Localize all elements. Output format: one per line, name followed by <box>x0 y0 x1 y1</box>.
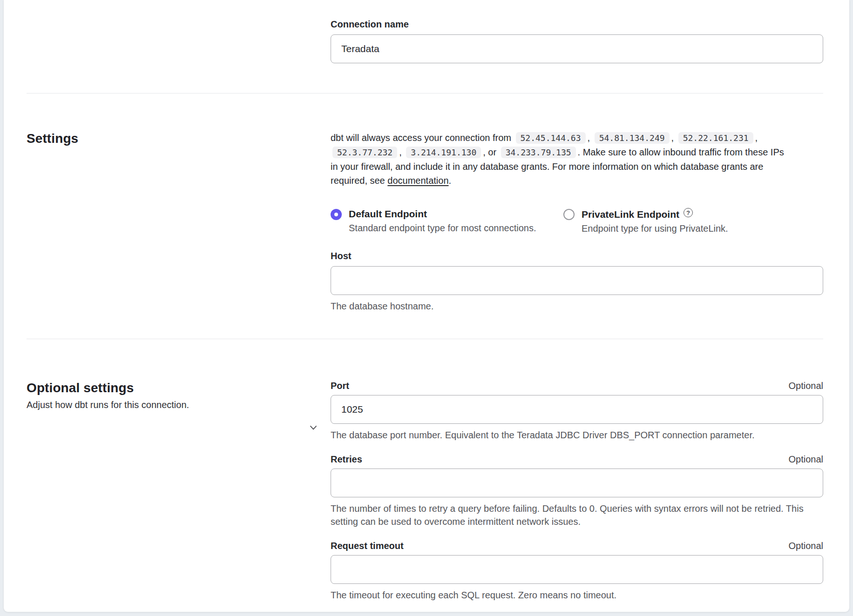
radio-default-endpoint-description: Standard endpoint type for most connecti… <box>349 222 536 234</box>
connection-name-input[interactable] <box>331 34 823 63</box>
host-input[interactable] <box>331 266 823 295</box>
settings-content-column: dbt will always access your connection f… <box>331 131 823 313</box>
radio-default-endpoint-label: Default Endpoint <box>349 208 427 219</box>
endpoint-radio-group: Default Endpoint Standard endpoint type … <box>331 208 823 234</box>
optional-badge: Optional <box>789 454 824 465</box>
retries-input[interactable] <box>331 469 823 497</box>
optional-settings-content-column: Port Optional The database port number. … <box>331 380 823 613</box>
connection-settings-card: Connection name Settings dbt will always… <box>3 0 850 612</box>
chevron-down-icon <box>308 422 319 433</box>
radio-default-endpoint[interactable]: Default Endpoint Standard endpoint type … <box>331 208 563 234</box>
radio-privatelink-endpoint-label: PrivateLink Endpoint <box>582 209 679 220</box>
ip-address-pill: 54.81.134.249 <box>595 132 670 144</box>
retries-label-row: Retries Optional <box>331 454 823 465</box>
ip-address-pill: 52.3.77.232 <box>332 147 397 158</box>
radio-privatelink-endpoint-texts: PrivateLink Endpoint? Endpoint type for … <box>582 208 728 234</box>
radio-selected-icon <box>331 209 342 220</box>
retries-field: Retries Optional The number of times to … <box>331 454 823 528</box>
settings-heading: Settings <box>27 131 308 147</box>
gutter-spacer <box>308 19 331 63</box>
retries-helper: The number of times to retry a query bef… <box>331 502 823 528</box>
retries-label: Retries <box>331 454 362 465</box>
collapse-section-button[interactable] <box>308 422 319 433</box>
request-timeout-helper: The timeout for executing each SQL reque… <box>331 589 823 602</box>
request-timeout-label-row: Request timeout Optional <box>331 540 823 551</box>
port-input[interactable] <box>331 395 823 424</box>
ip-allowlist-note: dbt will always access your connection f… <box>331 131 823 187</box>
gutter-spacer <box>308 131 331 313</box>
optional-settings-subheading: Adjust how dbt runs for this connection. <box>27 399 308 411</box>
radio-privatelink-endpoint-description: Endpoint type for using PrivateLink. <box>582 223 728 234</box>
request-timeout-input[interactable] <box>331 555 823 584</box>
radio-unselected-icon <box>563 209 575 220</box>
optional-badge: Optional <box>789 380 824 391</box>
radio-default-endpoint-texts: Default Endpoint Standard endpoint type … <box>349 208 536 234</box>
connection-name-column: Connection name <box>331 19 823 63</box>
host-label: Host <box>331 250 823 261</box>
ip-address-pill: 3.214.191.130 <box>406 147 481 158</box>
ip-address-pill: 52.22.161.231 <box>678 132 753 144</box>
connection-name-label: Connection name <box>331 19 823 30</box>
connection-name-section: Connection name <box>4 0 849 93</box>
request-timeout-label: Request timeout <box>331 540 404 551</box>
port-label: Port <box>331 380 349 391</box>
port-helper: The database port number. Equivalent to … <box>331 429 823 442</box>
left-spacer <box>27 19 308 63</box>
settings-section: Settings dbt will always access your con… <box>4 94 849 339</box>
optional-badge: Optional <box>789 540 824 551</box>
optional-settings-section: Optional settings Adjust how dbt runs fo… <box>4 339 849 613</box>
collapse-gutter <box>308 380 331 613</box>
request-timeout-field: Request timeout Optional The timeout for… <box>331 540 823 602</box>
radio-privatelink-endpoint[interactable]: PrivateLink Endpoint? Endpoint type for … <box>563 208 728 234</box>
port-field: Port Optional The database port number. … <box>331 380 823 442</box>
ip-address-pill: 52.45.144.63 <box>516 132 586 144</box>
documentation-link[interactable]: documentation <box>387 175 448 186</box>
settings-heading-column: Settings <box>27 131 308 313</box>
help-icon[interactable]: ? <box>684 208 693 217</box>
ip-address-pill: 34.233.79.135 <box>501 147 576 158</box>
host-field: Host The database hostname. <box>331 250 823 313</box>
optional-settings-heading: Optional settings <box>27 380 308 396</box>
optional-settings-heading-column: Optional settings Adjust how dbt runs fo… <box>27 380 308 613</box>
host-helper: The database hostname. <box>331 300 823 313</box>
port-label-row: Port Optional <box>331 380 823 391</box>
